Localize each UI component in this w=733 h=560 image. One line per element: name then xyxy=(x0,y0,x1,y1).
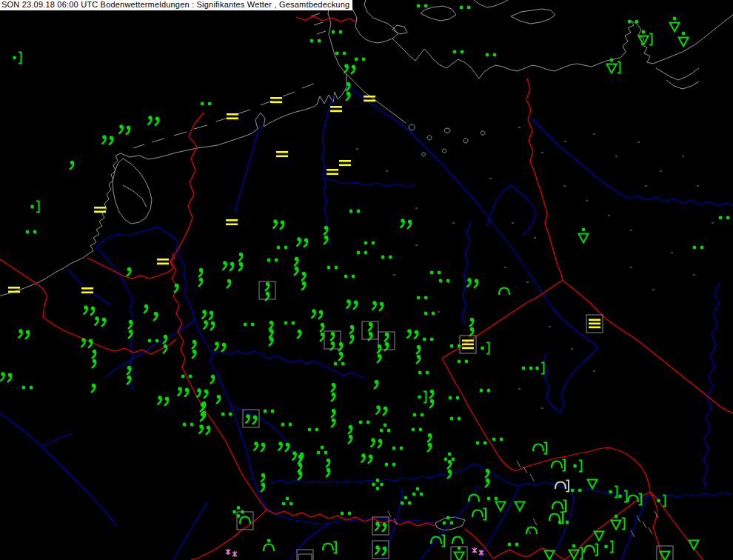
drizzle-slight-continuous-icon xyxy=(372,301,384,310)
mist-icon xyxy=(327,169,338,175)
rain-within-past-hour-icon xyxy=(573,461,581,472)
drizzle-slight-continuous-icon xyxy=(223,261,234,270)
drizzle-moderate-icon xyxy=(378,344,381,363)
drizzle-slight-continuous-icon xyxy=(278,441,289,451)
rain-slight-intermittent-icon xyxy=(381,256,392,259)
rain-slight-intermittent-icon xyxy=(413,413,424,417)
shower-within-past-hour-icon xyxy=(552,501,566,512)
drizzle-slight-continuous-icon xyxy=(347,299,358,309)
rain-shower-past-hour-icon xyxy=(264,539,274,551)
drizzle-slight-continuous-icon xyxy=(401,219,412,228)
mist-icon xyxy=(157,259,169,264)
drizzle-moderate-icon xyxy=(347,82,351,101)
drizzle-slight-icon xyxy=(144,304,149,313)
shower-within-past-hour-icon xyxy=(552,460,565,471)
drizzle-slight-continuous-icon xyxy=(204,320,215,330)
mist-icon xyxy=(227,113,238,119)
drizzle-moderate-icon xyxy=(430,390,435,408)
shower-icon xyxy=(689,541,699,550)
drizzle-slight-continuous-icon xyxy=(254,441,265,451)
rain-slight-intermittent-icon xyxy=(355,58,366,61)
rain-moderate-icon xyxy=(401,496,412,505)
shower-within-past-hour-icon xyxy=(533,443,546,454)
drizzle-moderate-icon xyxy=(417,345,421,364)
mist-icon xyxy=(339,160,351,166)
rain-slight-intermittent-icon xyxy=(480,389,491,393)
mist-icon xyxy=(8,287,20,293)
rain-slight-intermittent-icon xyxy=(308,428,319,432)
rain-slight-intermittent-icon xyxy=(430,271,441,275)
drizzle-slight-continuous-icon xyxy=(102,135,113,144)
rain-slight-intermittent-icon xyxy=(327,266,338,270)
shower-past-hour-icon xyxy=(526,527,537,535)
rain-slight-intermittent-icon xyxy=(221,413,232,416)
shower-within-past-hour-icon xyxy=(431,536,444,547)
drizzle-moderate-icon xyxy=(93,350,97,368)
drizzle-moderate-icon xyxy=(324,226,329,244)
rain-within-past-hour-icon xyxy=(618,491,626,502)
rain-slight-intermittent-icon xyxy=(183,423,194,427)
drizzle-slight-continuous-icon xyxy=(1,372,12,381)
drizzle-moderate-icon xyxy=(349,425,353,444)
rain-slight-intermittent-icon xyxy=(458,360,469,364)
rain-slight-intermittent-icon xyxy=(476,441,487,445)
rain-slight-intermittent-icon xyxy=(412,428,423,432)
rain-slight-intermittent-icon xyxy=(417,296,428,300)
rain-slight-intermittent-icon xyxy=(332,30,343,34)
drizzle-moderate-icon xyxy=(302,272,307,290)
rain-slight-intermittent-icon xyxy=(364,241,375,245)
map-title: SON 23.09.18 06:00 UTC Bodenwettermeldun… xyxy=(1,0,349,9)
drizzle-slight-continuous-icon xyxy=(119,124,130,134)
rain-slight-intermittent-icon xyxy=(357,251,368,255)
drizzle-slight-continuous-icon xyxy=(148,116,159,125)
drizzle-moderate-icon xyxy=(428,433,432,452)
mist-icon xyxy=(226,219,238,225)
rain-slight-intermittent-icon xyxy=(450,344,461,348)
drizzle-moderate-icon xyxy=(259,281,275,300)
mist-icon xyxy=(270,97,282,103)
drizzle-slight-icon xyxy=(154,312,158,321)
rain-shower-within-past-hour-icon xyxy=(569,544,583,559)
rain-moderate-icon xyxy=(282,497,293,506)
rain-shower-within-past-hour-icon xyxy=(612,515,625,530)
rain-shower-icon xyxy=(679,32,689,47)
rain-moderate-continuous-icon xyxy=(372,479,384,490)
rain-slight-intermittent-icon xyxy=(418,371,429,375)
shower-icon xyxy=(595,532,604,541)
rain-moderate-icon xyxy=(443,516,454,525)
weather-map-screen: SON 23.09.18 06:00 UTC Bodenwettermeldun… xyxy=(0,0,733,560)
rain-within-past-hour-icon xyxy=(418,392,426,403)
rain-shower-icon xyxy=(670,17,680,32)
fog-icon xyxy=(460,336,476,353)
rain-within-past-hour-icon xyxy=(609,487,617,498)
drizzle-slight-continuous-icon xyxy=(407,329,418,339)
rain-within-past-hour-icon xyxy=(535,363,543,374)
drizzle-moderate-icon xyxy=(486,469,490,487)
rain-slight-intermittent-icon xyxy=(267,259,278,262)
rain-slight-intermittent-icon xyxy=(571,489,582,493)
drizzle-moderate-icon xyxy=(332,409,336,427)
rain-slight-intermittent-icon xyxy=(22,386,33,390)
drizzle-slight-continuous-icon xyxy=(215,341,226,351)
shower-within-past-hour-icon xyxy=(584,544,598,556)
rain-slight-intermittent-icon xyxy=(26,230,37,234)
rain-slight-intermittent-icon xyxy=(439,279,450,283)
drizzle-slight-icon xyxy=(92,384,96,393)
drizzle-moderate-icon xyxy=(127,366,132,384)
drizzle-slight-continuous-icon xyxy=(81,338,93,347)
drizzle-slight-continuous-icon xyxy=(467,278,478,287)
drizzle-slight-icon xyxy=(298,330,302,339)
drizzle-moderate-icon xyxy=(164,335,168,353)
rain-slight-intermittent-icon xyxy=(334,362,345,366)
shower-within-past-hour-icon xyxy=(555,481,569,492)
rain-shower-within-past-hour-icon xyxy=(607,59,620,73)
drizzle-slight-icon xyxy=(227,279,232,288)
rain-slight-intermittent-icon xyxy=(487,497,498,501)
shower-icon xyxy=(496,502,506,511)
drizzle-moderate-icon xyxy=(448,460,452,479)
rain-within-past-hour-icon xyxy=(481,343,489,354)
drizzle-slight-continuous-icon xyxy=(361,453,372,463)
drizzle-slight-icon xyxy=(211,375,215,384)
shower-icon xyxy=(515,502,525,511)
drizzle-slight-continuous-icon xyxy=(376,405,387,415)
